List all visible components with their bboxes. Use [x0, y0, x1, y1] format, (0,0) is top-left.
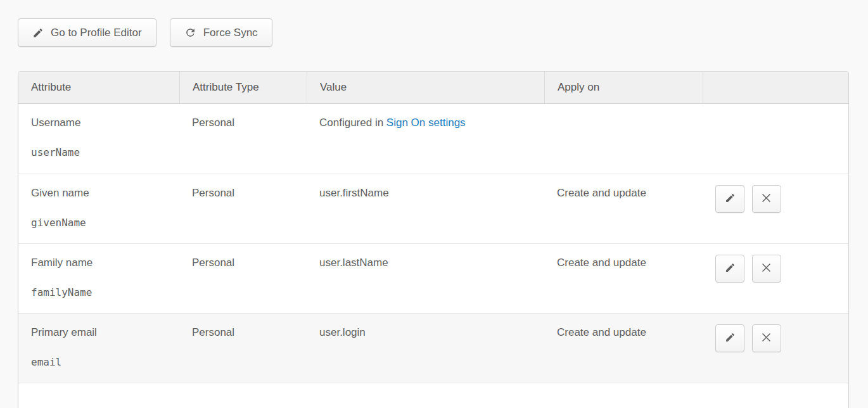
header-attribute: Attribute [18, 72, 179, 104]
attribute-variable-name: givenName [31, 217, 167, 229]
attribute-type: Personal [179, 174, 307, 243]
close-icon [761, 332, 772, 345]
table-row-primary-email: Primary email email Personal user.login … [18, 313, 848, 383]
attribute-type: Personal [179, 243, 307, 313]
attribute-label: Given name [31, 187, 167, 200]
edit-attribute-button[interactable] [715, 185, 744, 213]
sign-on-settings-link[interactable]: Sign On settings [386, 117, 466, 129]
edit-attribute-button[interactable] [715, 324, 744, 352]
attribute-variable-name: email [31, 356, 167, 368]
header-value: Value [307, 72, 544, 104]
attribute-label: Primary email [31, 326, 167, 339]
close-icon [761, 262, 772, 275]
header-attribute-type: Attribute Type [179, 72, 307, 104]
apply-on-value: Create and update [544, 174, 703, 243]
toolbar: Go to Profile Editor Force Sync [18, 18, 868, 47]
attribute-label: Username [31, 117, 167, 129]
header-apply-on: Apply on [544, 72, 703, 104]
attribute-mappings-card: Attribute Attribute Type Value Apply on … [18, 71, 849, 408]
table-header: Attribute Attribute Type Value Apply on [18, 72, 848, 104]
header-actions [703, 72, 848, 104]
value-text: user.login [307, 313, 544, 383]
pencil-icon [725, 332, 736, 345]
delete-attribute-button[interactable] [752, 255, 781, 283]
table-row-family-name: Family name familyName Personal user.las… [18, 243, 848, 313]
attribute-variable-name: familyName [31, 286, 167, 298]
delete-attribute-button[interactable] [752, 324, 781, 352]
table-row-given-name: Given name givenName Personal user.first… [18, 174, 848, 243]
value-text: user.firstName [307, 174, 544, 243]
refresh-icon [184, 27, 196, 39]
go-to-profile-editor-button[interactable]: Go to Profile Editor [18, 18, 156, 47]
pencil-icon [725, 262, 736, 275]
attribute-type: Personal [179, 104, 307, 174]
force-sync-button[interactable]: Force Sync [170, 18, 272, 47]
table-row-partial [18, 383, 848, 408]
attribute-mappings-table: Attribute Attribute Type Value Apply on … [18, 72, 848, 408]
pencil-icon [725, 193, 736, 205]
apply-on-value [544, 104, 703, 174]
attribute-variable-name: userName [31, 146, 167, 158]
apply-on-value: Create and update [544, 243, 703, 313]
attribute-label: Family name [31, 257, 167, 269]
pencil-icon [32, 27, 44, 39]
value-text: Configured in [319, 117, 386, 129]
close-icon [761, 193, 772, 205]
table-row-username: Username userName Personal Configured in… [18, 104, 848, 174]
force-sync-label: Force Sync [203, 27, 258, 39]
edit-attribute-button[interactable] [715, 255, 744, 283]
apply-on-value: Create and update [544, 313, 703, 383]
delete-attribute-button[interactable] [752, 185, 781, 213]
attribute-type: Personal [179, 313, 307, 383]
go-to-profile-editor-label: Go to Profile Editor [51, 27, 142, 39]
value-text: user.lastName [307, 243, 544, 313]
